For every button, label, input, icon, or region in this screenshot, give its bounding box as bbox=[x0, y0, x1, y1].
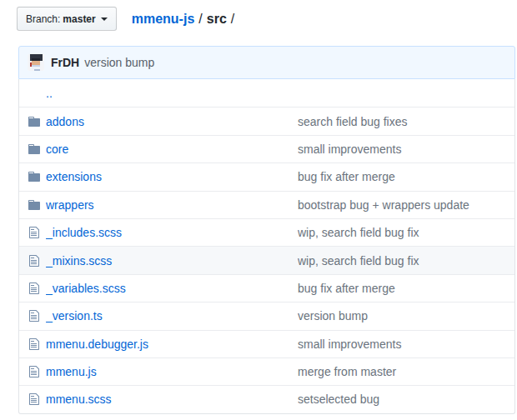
breadcrumb-repo-link[interactable]: mmenu-js bbox=[132, 12, 195, 26]
directory-link[interactable]: wrappers bbox=[46, 198, 94, 212]
file-link[interactable]: _includes.scss bbox=[46, 226, 122, 239]
file-icon bbox=[28, 338, 41, 351]
commit-message-link[interactable]: wip, search field bug fix bbox=[298, 226, 419, 239]
file-icon bbox=[28, 226, 41, 239]
table-row: _version.ts version bump bbox=[19, 302, 514, 329]
table-row: mmenu.debugger.js small improvements bbox=[19, 330, 514, 358]
file-browser-box: FrDH version bump .. addons search field… bbox=[18, 46, 515, 414]
folder-icon bbox=[28, 115, 41, 128]
table-row-hovered: _mixins.scss wip, search field bug fix bbox=[19, 246, 514, 273]
avatar-pixel-art bbox=[28, 54, 44, 71]
table-row: mmenu.scss setselected bug bbox=[19, 385, 514, 412]
table-row: addons search field bug fixes bbox=[19, 107, 514, 134]
file-icon bbox=[28, 309, 41, 322]
commit-message-link[interactable]: setselected bug bbox=[298, 392, 379, 406]
empty-icon-cell bbox=[28, 87, 41, 100]
commit-message-link[interactable]: small improvements bbox=[298, 142, 401, 156]
avatar[interactable] bbox=[28, 54, 44, 71]
folder-icon bbox=[28, 198, 41, 212]
breadcrumb-separator: / bbox=[198, 12, 202, 26]
commit-message-link[interactable]: bootstrap bug + wrappers update bbox=[298, 198, 469, 212]
commit-message-link[interactable]: wip, search field bug fix bbox=[298, 254, 419, 268]
commit-message-link[interactable]: version bump bbox=[84, 56, 154, 69]
dropdown-caret-icon bbox=[101, 18, 108, 21]
commit-message-link[interactable]: version bump bbox=[298, 309, 368, 322]
commit-message-link[interactable]: merge from master bbox=[298, 365, 396, 378]
file-icon bbox=[28, 392, 41, 406]
file-icon bbox=[28, 365, 41, 378]
latest-commit-header: FrDH version bump bbox=[18, 46, 515, 79]
file-icon bbox=[28, 254, 41, 268]
branch-breadcrumb-bar: Branch: master mmenu-js/src/ bbox=[17, 7, 517, 31]
directory-link[interactable]: core bbox=[46, 142, 68, 156]
commit-message-link[interactable]: small improvements bbox=[298, 338, 401, 351]
table-row: extensions bug fix after merge bbox=[19, 162, 514, 190]
repo-tree-page: Branch: master mmenu-js/src/ bbox=[0, 0, 517, 414]
file-icon bbox=[28, 282, 41, 295]
breadcrumb-current-dir: src bbox=[207, 12, 227, 26]
commit-message-link[interactable]: bug fix after merge bbox=[298, 282, 395, 295]
folder-icon bbox=[28, 142, 41, 156]
file-link[interactable]: _mixins.scss bbox=[46, 254, 112, 268]
branch-button-label: Branch: bbox=[26, 13, 60, 25]
table-row: _variables.scss bug fix after merge bbox=[19, 274, 514, 302]
table-row: mmenu.js merge from master bbox=[19, 358, 514, 385]
table-row-parent-dir: .. bbox=[19, 79, 514, 107]
file-link[interactable]: mmenu.js bbox=[46, 365, 97, 378]
table-row: _includes.scss wip, search field bug fix bbox=[19, 218, 514, 246]
commit-author-link[interactable]: FrDH bbox=[51, 56, 79, 69]
folder-icon bbox=[28, 170, 41, 183]
file-list: .. addons search field bug fixes core sm… bbox=[18, 79, 515, 414]
file-link[interactable]: mmenu.debugger.js bbox=[46, 338, 148, 351]
parent-directory-link[interactable]: .. bbox=[46, 87, 53, 100]
table-row: wrappers bootstrap bug + wrappers update bbox=[19, 191, 514, 218]
commit-message-link[interactable]: bug fix after merge bbox=[298, 170, 395, 183]
breadcrumb: mmenu-js/src/ bbox=[132, 12, 239, 27]
file-link[interactable]: mmenu.scss bbox=[46, 392, 112, 406]
directory-link[interactable]: addons bbox=[46, 115, 84, 128]
branch-name: master bbox=[63, 13, 95, 25]
file-link[interactable]: _version.ts bbox=[46, 309, 103, 322]
file-link[interactable]: _variables.scss bbox=[46, 282, 126, 295]
commit-message-link[interactable]: search field bug fixes bbox=[298, 115, 408, 128]
directory-link[interactable]: extensions bbox=[46, 170, 102, 183]
table-row: core small improvements bbox=[19, 135, 514, 162]
branch-selector-button[interactable]: Branch: master bbox=[17, 7, 117, 31]
breadcrumb-separator: / bbox=[231, 12, 234, 26]
